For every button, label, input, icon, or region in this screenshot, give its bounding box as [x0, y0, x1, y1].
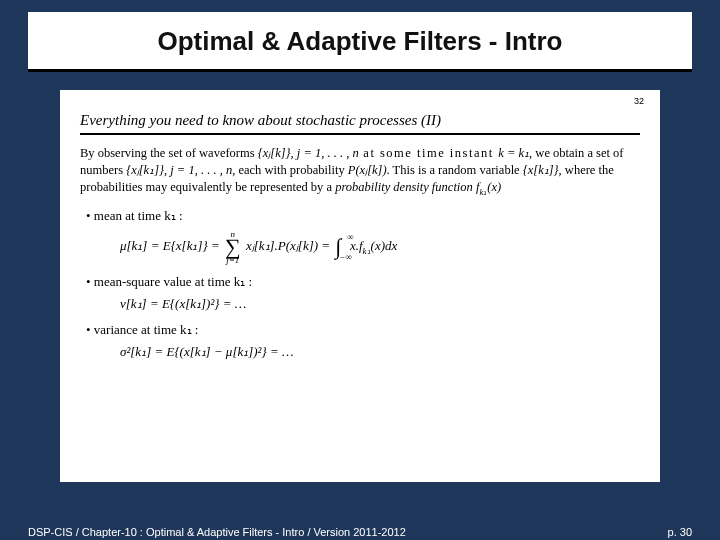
footer-page-number: p. 30: [668, 526, 692, 538]
bullet-var-label: • variance at time k₁ :: [86, 322, 198, 337]
formula-msq: ν[k₁] = E{(x[k₁])²} = …: [120, 296, 640, 312]
integral-symbol: ∞ ∫ −∞: [335, 234, 341, 260]
para-text-1: By observing the set of waveforms: [80, 146, 258, 160]
footer-breadcrumb: DSP-CIS / Chapter-10 : Optimal & Adaptiv…: [28, 526, 406, 538]
para-text-7: probability density function: [335, 180, 476, 194]
subsection-title: Everything you need to know about stocha…: [80, 112, 640, 129]
mean-lhs: μ[k₁] = E{x[k₁]} =: [120, 238, 223, 253]
sum-lower: j=1: [225, 256, 241, 264]
formula-var: σ²[k₁] = E{(x[k₁] − μ[k₁])²} = …: [120, 344, 640, 360]
bullet-var: • variance at time k₁ :: [86, 322, 640, 338]
bullet-mean-label: • mean at time k₁ :: [86, 208, 183, 223]
expr-k1: k = k₁: [498, 146, 529, 160]
int-lower: −∞: [339, 252, 352, 262]
expr-set-xjk: {xⱼ[k]}, j = 1, . . . , n: [258, 146, 359, 160]
bullet-msq: • mean-square value at time k₁ :: [86, 274, 640, 290]
expr-pxjk: P(xⱼ[k]): [348, 163, 387, 177]
para-text-4: , each with probability: [232, 163, 348, 177]
expr-rv: {x[k₁]}: [523, 163, 559, 177]
title-rule: [28, 69, 692, 72]
mean-rhs: x.fk₁(x)dx: [347, 238, 398, 253]
para-text-5: . This is a random variable: [387, 163, 523, 177]
footer: DSP-CIS / Chapter-10 : Optimal & Adaptiv…: [28, 526, 692, 538]
sigma-icon: ∑: [225, 238, 241, 256]
bullet-msq-label: • mean-square value at time k₁ :: [86, 274, 252, 289]
slide-title: Optimal & Adaptive Filters - Intro: [56, 12, 664, 65]
content-box: 32 Everything you need to know about sto…: [60, 90, 660, 482]
intro-paragraph: By observing the set of waveforms {xⱼ[k]…: [80, 145, 640, 198]
inner-page-number: 32: [634, 96, 644, 106]
int-upper: ∞: [347, 232, 353, 242]
bullet-mean: • mean at time k₁ :: [86, 208, 640, 224]
mean-mid: xⱼ[k₁].P(xⱼ[k]) =: [246, 238, 333, 253]
expr-set-xjk1: {xⱼ[k₁]}, j = 1, . . . , n: [126, 163, 232, 177]
subsection-rule: [80, 133, 640, 135]
expr-pdf: fk₁(x): [476, 180, 501, 194]
sum-symbol: n ∑ j=1: [225, 230, 241, 264]
para-text-2: at some time instant: [359, 146, 499, 160]
formula-mean: μ[k₁] = E{x[k₁]} = n ∑ j=1 xⱼ[k₁].P(xⱼ[k…: [120, 230, 640, 264]
